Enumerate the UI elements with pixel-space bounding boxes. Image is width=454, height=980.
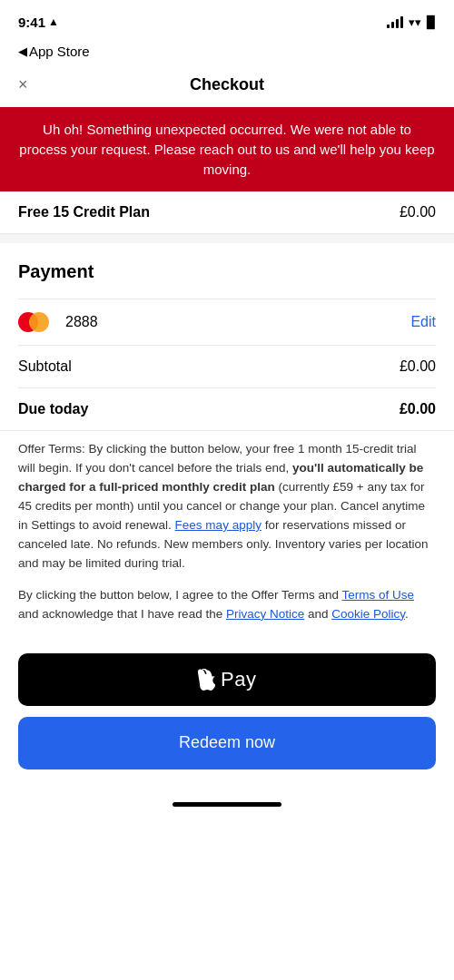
close-button[interactable]: ×	[18, 75, 28, 94]
buttons-section: Pay Redeem now	[0, 639, 454, 788]
error-banner: Uh oh! Something unexpected occurred. We…	[0, 107, 454, 191]
checkout-header: × Checkout	[0, 66, 454, 107]
signal-icon	[387, 15, 403, 28]
offer-terms-paragraph: Offer Terms: By clicking the button belo…	[18, 440, 436, 573]
due-today-row: Due today £0.00	[18, 388, 436, 430]
card-number: 2888	[65, 314, 98, 330]
home-bar	[173, 802, 281, 807]
consent-mid: and acknowledge that I have read the	[18, 607, 226, 621]
battery-icon: ▉	[427, 15, 436, 29]
apple-pay-button[interactable]: Pay	[18, 653, 436, 706]
due-today-label: Due today	[18, 401, 88, 417]
status-bar: 9:41 ▲ ▾▾ ▉	[0, 0, 454, 40]
due-today-amount: £0.00	[400, 401, 436, 417]
app-store-back[interactable]: ◀ App Store	[0, 40, 454, 66]
subtotal-amount: £0.00	[400, 358, 436, 375]
location-arrow-icon: ▲	[48, 15, 59, 28]
home-indicator	[0, 788, 454, 814]
totals-section: Subtotal £0.00 Due today £0.00	[0, 346, 454, 430]
card-row: 2888 Edit	[18, 299, 436, 346]
plan-price: £0.00	[400, 204, 436, 220]
mastercard-icon	[18, 310, 54, 334]
error-message: Uh oh! Something unexpected occurred. We…	[19, 122, 434, 177]
page-title: Checkout	[190, 75, 264, 94]
cookie-policy-link[interactable]: Cookie Policy	[331, 607, 405, 621]
fees-may-apply-link[interactable]: Fees may apply	[175, 518, 262, 532]
time-display: 9:41	[18, 15, 45, 30]
privacy-notice-link[interactable]: Privacy Notice	[226, 607, 304, 621]
redeem-now-button[interactable]: Redeem now	[18, 717, 436, 769]
subtotal-row: Subtotal £0.00	[18, 346, 436, 388]
plan-name: Free 15 Credit Plan	[18, 204, 150, 220]
consent-and: and	[304, 607, 331, 621]
card-info: 2888	[18, 310, 98, 334]
payment-title: Payment	[18, 261, 436, 282]
consent-end: .	[405, 607, 409, 621]
terms-of-use-link[interactable]: Terms of Use	[341, 588, 414, 602]
status-time: 9:41 ▲	[18, 15, 59, 30]
plan-row: Free 15 Credit Plan £0.00	[0, 191, 454, 234]
status-icons: ▾▾ ▉	[387, 15, 436, 29]
payment-section: Payment 2888 Edit	[0, 243, 454, 346]
terms-section: Offer Terms: By clicking the button belo…	[0, 430, 454, 638]
consent-paragraph: By clicking the button below, I agree to…	[18, 586, 436, 624]
apple-pay-label: Pay	[221, 668, 256, 691]
edit-payment-button[interactable]: Edit	[410, 314, 436, 330]
back-arrow-icon: ◀	[18, 44, 27, 58]
apple-logo-icon	[198, 669, 216, 691]
consent-start: By clicking the button below, I agree to…	[18, 588, 341, 602]
section-divider	[0, 234, 454, 243]
redeem-label: Redeem now	[179, 733, 275, 752]
wifi-icon: ▾▾	[409, 15, 421, 29]
subtotal-label: Subtotal	[18, 358, 72, 375]
back-label: App Store	[29, 44, 90, 59]
